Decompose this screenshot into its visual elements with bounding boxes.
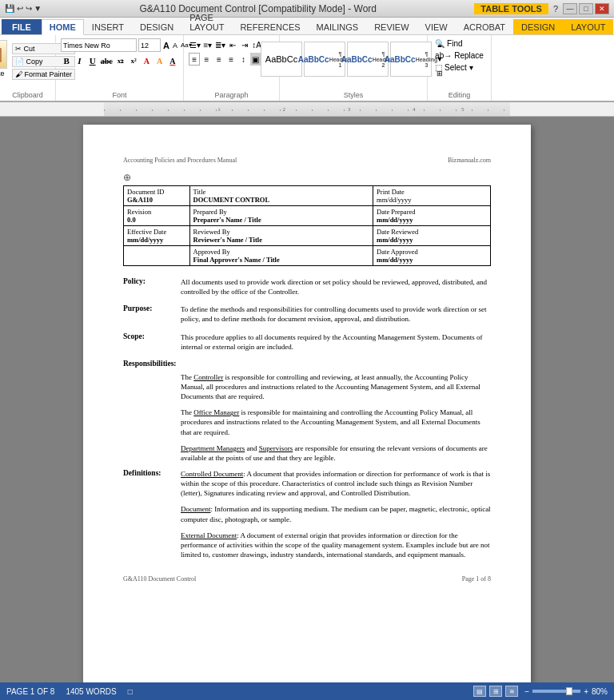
ribbon-group-clipboard: 📋 Paste ✂ Cut 📄 Copy 🖌 Format Painter Cl… — [0, 35, 56, 101]
subscript-button[interactable]: x₂ — [115, 54, 126, 68]
effective-date-cell: Effective Datemm/dd/yyyy — [124, 226, 190, 246]
definitions-section: Definitions: Controlled Document: A docu… — [123, 469, 491, 559]
document-area: Accounting Policies and Procedures Manua… — [0, 117, 614, 682]
justify-button[interactable]: ≡ — [225, 53, 237, 66]
resp1-pre: The — [181, 373, 193, 381]
bold-button[interactable]: B — [61, 54, 72, 68]
shrink-font-button[interactable]: A — [172, 39, 178, 52]
increase-indent-button[interactable]: ⇥ — [239, 38, 250, 51]
date-prepared-cell: Date Preparedmm/dd/yyyy — [373, 206, 491, 226]
replace-button[interactable]: ab→ Replace — [433, 50, 485, 61]
view-icons: ▤ ⊞ ≋ — [473, 686, 518, 697]
style-heading2[interactable]: AaBbCc ¶ Heading 2 — [347, 42, 389, 77]
zoom-slider[interactable] — [532, 690, 580, 693]
italic-button[interactable]: I — [74, 54, 85, 68]
decrease-indent-button[interactable]: ⇤ — [227, 38, 238, 51]
zoom-in-button[interactable]: + — [584, 687, 588, 696]
add-content-button[interactable]: ⊕ — [123, 172, 491, 184]
font-color-button[interactable]: A — [167, 54, 178, 68]
clipboard-label: Clipboard — [0, 91, 55, 99]
view-web-layout[interactable]: ≋ — [505, 686, 518, 697]
track-changes-icon[interactable]: □ — [128, 687, 133, 696]
maximize-button[interactable]: □ — [579, 3, 593, 14]
status-bar: PAGE 1 OF 8 1405 WORDS □ ▤ ⊞ ≋ − + 80% — [0, 682, 614, 700]
tab-mailings[interactable]: MAILINGS — [309, 19, 367, 34]
font-name-input[interactable] — [61, 38, 137, 52]
date-reviewed-cell: Date Reviewedmm/dd/yyyy — [373, 226, 491, 246]
resp3-link2: Supervisors — [259, 444, 293, 452]
tab-insert[interactable]: INSERT — [84, 19, 132, 34]
styles-label: Styles — [280, 91, 427, 99]
view-print-layout[interactable]: ▤ — [473, 686, 486, 697]
doc-print-label: Print Datemm/dd/yyyy — [373, 186, 491, 206]
zoom-out-button[interactable]: − — [524, 687, 529, 696]
document-control-table: Document IDG&A110 TitleDOCUMENT CONTROL … — [123, 185, 491, 266]
policy-content: All documents used to provide work direc… — [181, 277, 491, 296]
text-effects-button[interactable]: A — [141, 54, 152, 68]
strikethrough-button[interactable]: abc — [100, 54, 114, 68]
responsibilities-content: The Controller is responsible for contro… — [181, 372, 491, 463]
style-items: AaBbCc AaBbCc ¶ Heading 1 AaBbCc ¶ Headi… — [261, 38, 446, 89]
font-size-input[interactable] — [138, 38, 161, 52]
page-info: PAGE 1 OF 8 — [6, 687, 54, 696]
paste-button[interactable]: 📋 Paste — [0, 40, 10, 78]
help-button[interactable]: ? — [553, 4, 558, 14]
zoom-thumb — [566, 687, 572, 695]
tab-table-design[interactable]: DESIGN — [513, 19, 563, 34]
doc-title-label: TitleDOCUMENT CONTROL — [189, 186, 373, 206]
style-normal[interactable]: AaBbCc — [261, 42, 302, 77]
tab-page-layout[interactable]: PAGE LAYOUT — [181, 10, 232, 34]
def2-text: : Information and its supporting medium.… — [181, 505, 491, 523]
bullets-button[interactable]: ☰▾ — [189, 38, 201, 51]
multilevel-list-button[interactable]: ≣▾ — [214, 38, 226, 51]
minimize-button[interactable]: — — [563, 3, 577, 14]
window-title: G&A110 Document Control [Compatibility M… — [42, 3, 474, 14]
close-button[interactable]: ✕ — [595, 3, 609, 14]
page-footer: G&A110 Document Control Page 1 of 8 — [123, 575, 491, 583]
tab-file[interactable]: FILE — [2, 19, 42, 34]
find-button[interactable]: 🔍 Find — [433, 38, 485, 49]
line-spacing-button[interactable]: ↕ — [237, 53, 249, 66]
align-left-button[interactable]: ≡ — [189, 53, 200, 66]
window-controls[interactable]: — □ ✕ — [563, 3, 609, 14]
select-button[interactable]: ⬚ Select ▾ — [433, 62, 485, 73]
tab-home[interactable]: HOME — [42, 19, 84, 35]
tab-acrobat[interactable]: ACROBAT — [456, 19, 513, 34]
def3-term: External Document — [181, 531, 237, 539]
policy-label: Policy: — [123, 277, 181, 296]
doc-id-label: Document IDG&A110 — [124, 186, 190, 206]
grow-font-button[interactable]: A — [162, 39, 170, 52]
table-row: Revision0.0 Prepared ByPreparer's Name /… — [124, 206, 491, 226]
paragraph-label: Paragraph — [184, 91, 279, 99]
resp3-link1: Department Managers — [181, 444, 245, 452]
style-heading1[interactable]: AaBbCc ¶ Heading 1 — [304, 42, 345, 77]
tab-view[interactable]: VIEW — [417, 19, 456, 34]
paste-label: Paste — [0, 70, 4, 78]
table-row: Document IDG&A110 TitleDOCUMENT CONTROL … — [124, 186, 491, 206]
tab-review[interactable]: REVIEW — [366, 19, 417, 34]
header-right: Bizmanualz.com — [448, 157, 491, 164]
def1-content: Controlled Document: A document that pro… — [181, 469, 491, 498]
align-center-button[interactable]: ≡ — [201, 53, 212, 66]
def3-spacer — [123, 531, 181, 559]
highlight-button[interactable]: A — [154, 54, 165, 68]
tab-table-layout[interactable]: LAYOUT — [563, 19, 613, 34]
tab-design[interactable]: DESIGN — [132, 19, 181, 34]
align-right-button[interactable]: ≡ — [213, 53, 225, 66]
superscript-button[interactable]: x² — [128, 54, 139, 68]
underline-button[interactable]: U — [87, 54, 98, 68]
editing-label: Editing — [428, 91, 491, 99]
ruler: 1 2 3 4 5 — [0, 102, 614, 117]
view-full-reading[interactable]: ⊞ — [489, 686, 502, 697]
word-count: 1405 WORDS — [66, 687, 116, 696]
numbering-button[interactable]: ≡▾ — [202, 38, 213, 51]
editing-buttons: 🔍 Find ab→ Replace ⬚ Select ▾ — [433, 38, 485, 82]
font-label: Font — [56, 91, 183, 99]
status-left: PAGE 1 OF 8 1405 WORDS □ — [6, 687, 133, 696]
resp3-mid: and — [245, 444, 259, 452]
title-bar: 💾 ↩ ↪ ▼ G&A110 Document Control [Compati… — [0, 0, 614, 18]
tab-references[interactable]: REFERENCES — [232, 19, 308, 34]
style-heading3[interactable]: AaBbCc ¶ Heading 3 — [390, 42, 432, 77]
shading-button[interactable]: ▣ — [250, 53, 261, 66]
resp-paragraph-3: Department Managers and Supervisors are … — [181, 443, 491, 463]
